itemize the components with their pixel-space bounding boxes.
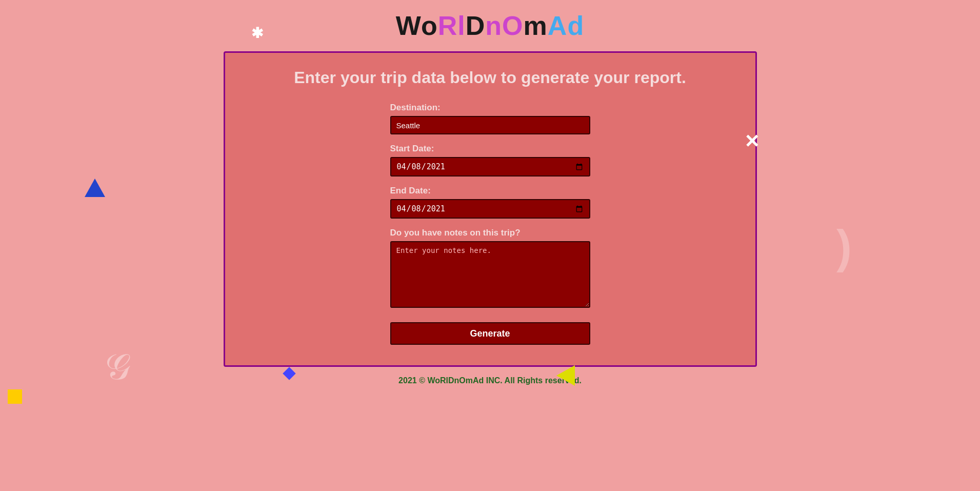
notes-label: Do you have notes on this trip? xyxy=(390,228,590,238)
start-date-field-group: Start Date: xyxy=(390,144,590,176)
logo: WoRlDnOmAd xyxy=(0,10,980,41)
logo-letter: R xyxy=(438,11,458,41)
destination-label: Destination: xyxy=(390,103,590,113)
start-date-label: Start Date: xyxy=(390,144,590,154)
logo-letter: A xyxy=(548,11,568,41)
triangle-left-decoration xyxy=(85,179,105,197)
logo-letter: O xyxy=(502,11,523,41)
end-date-label: End Date: xyxy=(390,186,590,196)
end-date-input[interactable] xyxy=(390,199,590,219)
header: WoRlDnOmAd xyxy=(0,0,980,46)
end-date-field-group: End Date: xyxy=(390,186,590,219)
generate-button[interactable]: Generate xyxy=(390,322,590,345)
form-container: Enter your trip data below to generate y… xyxy=(224,51,757,367)
logo-letter: d xyxy=(567,11,584,41)
footer-text: 2021 © WoRlDnOmAd INC. All Rights reserv… xyxy=(398,376,582,385)
square-decoration xyxy=(8,389,22,404)
logo-letter: l xyxy=(457,11,465,41)
form-inner: Destination: Start Date: End Date: Do yo… xyxy=(390,103,590,345)
destination-input[interactable] xyxy=(390,116,590,134)
notes-textarea[interactable] xyxy=(390,241,590,308)
arc-decoration: ) xyxy=(836,221,852,273)
logo-letter: o xyxy=(421,11,438,41)
notes-field-group: Do you have notes on this trip? xyxy=(390,228,590,310)
logo-letter: n xyxy=(485,11,502,41)
logo-letter: W xyxy=(396,11,421,41)
form-intro: Enter your trip data below to generate y… xyxy=(225,68,755,87)
start-date-input[interactable] xyxy=(390,157,590,176)
destination-field-group: Destination: xyxy=(390,103,590,134)
logo-letter: m xyxy=(524,11,548,41)
footer: 2021 © WoRlDnOmAd INC. All Rights reserv… xyxy=(0,367,980,390)
logo-letter: D xyxy=(466,11,486,41)
